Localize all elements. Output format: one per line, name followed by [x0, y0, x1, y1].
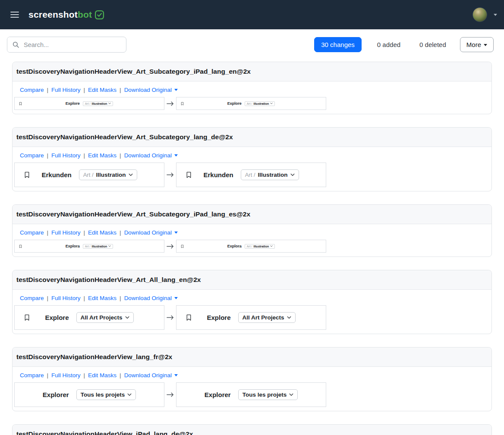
download-original-label: Download Original	[124, 295, 172, 301]
dropdown-prefix: Art /	[83, 172, 94, 178]
edit-masks-link[interactable]: Edit Masks	[88, 295, 117, 301]
comparison-row: Erkunden Art / Illustration Erkunden Art…	[14, 163, 484, 187]
dropdown-prefix: Art /	[247, 245, 252, 248]
separator: |	[47, 229, 49, 236]
screenshot-after[interactable]: Explore All Art Projects	[176, 305, 326, 330]
full-history-link[interactable]: Full History	[51, 372, 81, 379]
card-header: testDiscoveryNavigationHeaderView_lang_f…	[13, 347, 491, 367]
full-history-link[interactable]: Full History	[51, 87, 81, 93]
edit-masks-link[interactable]: Edit Masks	[88, 87, 117, 93]
deleted-button[interactable]: 0 deleted	[416, 38, 450, 52]
compare-link[interactable]: Compare	[20, 229, 44, 236]
more-label: More	[466, 41, 481, 48]
category-dropdown: Tous les projets	[238, 389, 298, 400]
screenshot-after[interactable]: Erkunden Art / Illustration	[176, 163, 326, 187]
thumb-title: Explora	[227, 244, 242, 248]
screenshot-after[interactable]: Explorer Tous les projets	[176, 382, 326, 407]
test-card: testDiscoveryNavigationHeaderView_lang_f…	[12, 347, 492, 411]
screenshot-before[interactable]: Explora Art / Illustration	[14, 240, 164, 253]
dropdown-prefix: Art /	[85, 102, 91, 105]
brand-logo[interactable]: screenshotbot	[28, 9, 104, 20]
arrow-right-icon	[164, 101, 176, 106]
screenshot-after[interactable]: Explora Art / Illustration	[176, 240, 326, 253]
test-title: testDiscoveryNavigationHeaderView_Art_Su…	[16, 210, 488, 218]
full-history-link[interactable]: Full History	[51, 229, 81, 236]
card-body: Compare | Full History | Edit Masks | Do…	[13, 147, 491, 191]
screenshot-before[interactable]: Explore Art / Illustration	[14, 97, 164, 110]
category-dropdown: Art / Illustration	[245, 244, 275, 249]
download-original-link[interactable]: Download Original	[124, 87, 178, 93]
dropdown-label: All Art Projects	[81, 314, 123, 321]
thumb-title: Explore	[66, 101, 80, 106]
category-dropdown: Art / Illustration	[245, 101, 275, 106]
test-title: testDiscoveryNavigationHeaderView_lang_f…	[16, 353, 488, 361]
card-header: testDiscoveryNavigationHeaderView_iPad_l…	[13, 425, 491, 435]
edit-masks-link[interactable]: Edit Masks	[88, 229, 117, 236]
avatar[interactable]	[472, 7, 487, 22]
edit-masks-link[interactable]: Edit Masks	[88, 152, 117, 159]
screenshot-before[interactable]: Explore All Art Projects	[14, 305, 164, 330]
dropdown-label: Illustration	[254, 102, 269, 105]
download-original-link[interactable]: Download Original	[124, 295, 178, 301]
chevron-down-icon	[108, 245, 111, 247]
added-button[interactable]: 0 added	[374, 38, 404, 52]
separator: |	[47, 372, 49, 379]
arrow-right-icon	[164, 392, 176, 397]
separator: |	[47, 152, 49, 159]
screenshot-after[interactable]: Explore Art / Illustration	[176, 97, 326, 110]
edit-masks-link[interactable]: Edit Masks	[88, 372, 117, 379]
dropdown-prefix: Art /	[247, 102, 252, 105]
download-original-link[interactable]: Download Original	[124, 229, 178, 236]
hamburger-menu-icon[interactable]	[10, 11, 19, 18]
thumb-content: Explorer Tous les projets	[205, 389, 298, 400]
chevron-down-icon	[108, 103, 111, 104]
category-dropdown: Art / Illustration	[83, 244, 113, 249]
dropdown-label: Illustration	[96, 172, 126, 178]
screenshot-before[interactable]: Explorer Tous les projets	[14, 382, 164, 407]
user-menu[interactable]	[472, 7, 497, 22]
full-history-link[interactable]: Full History	[51, 295, 81, 301]
separator: |	[120, 295, 121, 301]
arrow-right-icon	[164, 244, 176, 249]
separator: |	[84, 152, 85, 159]
bookmark-icon	[185, 314, 192, 321]
dropdown-prefix: Art /	[85, 245, 91, 248]
thumb-content: Explora Art / Illustration	[66, 244, 113, 249]
test-card: testDiscoveryNavigationHeaderView_Art_Su…	[12, 204, 492, 257]
chevron-down-icon	[125, 316, 129, 319]
compare-link[interactable]: Compare	[20, 152, 44, 159]
thumb-content: Explore Art / Illustration	[66, 101, 113, 106]
more-button[interactable]: More	[460, 37, 494, 52]
search-input[interactable]	[24, 37, 126, 52]
compare-link[interactable]: Compare	[20, 87, 44, 93]
separator: |	[84, 87, 85, 93]
thumb-content: Explorer Tous les projets	[43, 389, 136, 400]
card-header: testDiscoveryNavigationHeaderView_Art_Al…	[13, 270, 491, 290]
separator: |	[120, 152, 121, 159]
chevron-down-icon	[174, 154, 178, 156]
download-original-link[interactable]: Download Original	[124, 152, 178, 159]
card-actions: Compare | Full History | Edit Masks | Do…	[20, 295, 484, 301]
bookmark-icon	[180, 244, 184, 248]
screenshot-before[interactable]: Erkunden Art / Illustration	[14, 163, 164, 187]
test-card: testDiscoveryNavigationHeaderView_iPad_l…	[12, 424, 492, 435]
search-icon[interactable]	[7, 37, 24, 52]
separator: |	[120, 87, 121, 93]
card-body: Compare | Full History | Edit Masks | Do…	[13, 290, 491, 334]
compare-link[interactable]: Compare	[20, 372, 44, 379]
download-original-link[interactable]: Download Original	[124, 372, 178, 379]
thumb-content: Explore All Art Projects	[207, 312, 295, 323]
separator: |	[84, 295, 85, 301]
card-actions: Compare | Full History | Edit Masks | Do…	[20, 152, 484, 159]
bookmark-icon	[185, 171, 192, 178]
toolbar-buttons: 30 changes 0 added 0 deleted More	[314, 37, 494, 52]
thumb-title: Explore	[207, 314, 230, 321]
card-header: testDiscoveryNavigationHeaderView_Art_Su…	[13, 205, 491, 224]
bookmark-icon	[23, 171, 31, 178]
chevron-down-icon	[174, 232, 178, 234]
brand-text-accent: bot	[78, 9, 92, 20]
compare-link[interactable]: Compare	[20, 295, 44, 301]
test-title: testDiscoveryNavigationHeaderView_Art_Su…	[16, 133, 488, 141]
changes-button[interactable]: 30 changes	[314, 37, 362, 52]
full-history-link[interactable]: Full History	[51, 152, 81, 159]
